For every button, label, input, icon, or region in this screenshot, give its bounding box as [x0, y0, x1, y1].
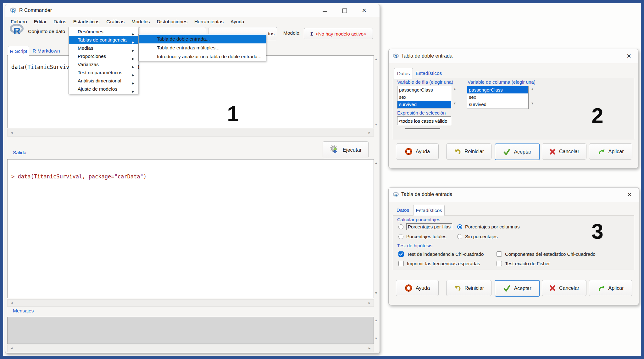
menuitem-test-no-parametricos[interactable]: Test no paramétricos▶	[69, 69, 138, 77]
menu-datos[interactable]: Datos	[50, 17, 70, 27]
cancelar-button[interactable]: Cancelar	[542, 280, 586, 296]
selection-expression-input[interactable]	[397, 116, 451, 125]
radio-sin-porcentajes-label[interactable]: Sin porcentajes	[465, 234, 497, 239]
tab-r-script[interactable]: R Script	[8, 46, 29, 56]
dialog2-tab-datos[interactable]: Datos	[394, 68, 413, 79]
output-scroll-down-icon[interactable]: ▼	[375, 292, 378, 295]
checkbox-chi-cuadrado-label[interactable]: Test de independencia Chi-cuadrado	[407, 251, 484, 257]
cancelar-button[interactable]: Cancelar	[542, 143, 586, 160]
script-scroll-up-icon[interactable]: ▲	[375, 58, 378, 61]
mensajes-label: Mensajes	[13, 308, 34, 314]
ejecutar-button[interactable]: Ejecutar	[323, 141, 369, 158]
dialog3-close-button[interactable]: ×	[627, 191, 632, 198]
menuitem-resumenes[interactable]: Resúmenes▶	[69, 28, 138, 36]
messages-hscrollbar[interactable]: ◄ ►	[7, 345, 374, 352]
radio-porcentajes-filas-label[interactable]: Porcentajes por filas	[406, 223, 452, 230]
selection-hscroll-thumb[interactable]	[405, 128, 440, 129]
messages-scroll-up-icon[interactable]: ▲	[375, 319, 378, 322]
list-item[interactable]: passengerClass	[397, 86, 451, 93]
menu-editar[interactable]: Editar	[31, 17, 50, 27]
main-titlebar[interactable]: R R Commander ×	[5, 4, 380, 17]
aceptar-button[interactable]: Aceptar	[495, 280, 540, 297]
script-scroll-right-icon[interactable]: ►	[368, 131, 371, 134]
menuitem-varianzas[interactable]: Varianzas▶	[69, 60, 138, 69]
aplicar-button[interactable]: Aplicar	[589, 143, 632, 160]
menu-graficas[interactable]: Gráficas	[103, 17, 128, 27]
radio-porcentajes-columnas-label[interactable]: Porcentajes por columnas	[465, 224, 519, 229]
menuitem-medias[interactable]: Medias▶	[69, 44, 138, 52]
list-item[interactable]: survived	[467, 101, 528, 108]
tab-r-markdown[interactable]: R Markdown	[31, 46, 62, 56]
close-button[interactable]: ×	[362, 7, 366, 14]
menu-ayuda[interactable]: Ayuda	[227, 17, 248, 27]
minimize-button[interactable]	[323, 11, 327, 12]
menuitem-tabla-doble-entrada[interactable]: Tabla de doble entrada...	[139, 35, 266, 43]
aceptar-button[interactable]: Aceptar	[495, 143, 540, 160]
aplicar-button[interactable]: Aplicar	[589, 280, 632, 296]
reiniciar-button[interactable]: Reiniciar	[446, 143, 491, 160]
checkbox-chi-cuadrado[interactable]	[398, 251, 404, 257]
column-variable-list[interactable]: passengerClass sex survived	[467, 86, 529, 109]
dialog2-close-button[interactable]: ×	[627, 52, 631, 60]
messages-scroll-left-icon[interactable]: ◄	[10, 347, 13, 350]
menuitem-ajuste-modelos[interactable]: Ajuste de modelos▶	[69, 85, 138, 93]
ayuda-button[interactable]: Ayuda	[396, 280, 439, 296]
radio-porcentajes-totales-label[interactable]: Porcentajes totales	[406, 234, 447, 239]
messages-pane[interactable]	[7, 317, 374, 344]
menuitem-tabla-entradas-multiples[interactable]: Tabla de entradas múltiples...	[139, 43, 266, 52]
list-item[interactable]: survived	[397, 101, 451, 108]
menuitem-analisis-dimensional[interactable]: Análisis dimensional▶	[69, 77, 138, 85]
output-scroll-up-icon[interactable]: ▲	[375, 161, 378, 165]
row-list-up-icon[interactable]: ▲	[453, 87, 456, 91]
row-variable-list[interactable]: passengerClass sex survived	[397, 86, 451, 109]
checkbox-componentes[interactable]	[497, 251, 502, 257]
ayuda-button[interactable]: Ayuda	[396, 143, 439, 160]
menuitem-introducir-analizar-tabla[interactable]: Introducir y analizar una tabla de doble…	[139, 52, 266, 61]
reiniciar-button[interactable]: Reiniciar	[446, 280, 491, 296]
menuitem-proporciones[interactable]: Proporciones▶	[69, 52, 138, 60]
dialog-tabla-doble-entrada-datos: R Tabla de doble entrada × Datos Estadís…	[388, 49, 638, 168]
contingencia-submenu: Tabla de doble entrada... Tabla de entra…	[138, 34, 266, 61]
model-value: <No hay modelo activo>	[315, 31, 366, 36]
menu-modelos[interactable]: Modelos	[128, 17, 153, 27]
dialog3-tab-estadisticos[interactable]: Estadísticos	[413, 205, 445, 216]
menuitem-tablas-contingencia[interactable]: Tablas de contingencia▶	[69, 36, 138, 44]
checkbox-frecuencias[interactable]	[398, 261, 404, 266]
output-scroll-left-icon[interactable]: ◄	[10, 301, 13, 305]
script-hscrollbar[interactable]: ◄ ►	[7, 129, 374, 137]
output-pane[interactable]: > data(TitanicSurvival, package="carData…	[7, 159, 374, 298]
column-list-down-icon[interactable]: ▼	[531, 102, 534, 105]
checkbox-frecuencias-label[interactable]: Imprimir las frecuencias esperadas	[407, 261, 480, 266]
script-scroll-left-icon[interactable]: ◄	[10, 131, 13, 134]
messages-scroll-down-icon[interactable]: ▼	[375, 337, 378, 340]
annotation-2: 2	[591, 103, 603, 128]
script-scroll-down-icon[interactable]: ▼	[375, 123, 378, 126]
menu-distribuciones[interactable]: Distribuciones	[153, 17, 191, 27]
column-list-up-icon[interactable]: ▲	[531, 87, 534, 91]
maximize-button[interactable]	[342, 8, 347, 13]
dialog3-titlebar[interactable]: R Tabla de doble entrada ×	[389, 188, 639, 202]
checkbox-componentes-label[interactable]: Componentes del estadístico Chi-cuadrado	[505, 251, 596, 257]
script-editor[interactable]: data(TitanicSurvival, package="carData")	[7, 55, 374, 128]
checkbox-fisher-label[interactable]: Test exacto de Fisher	[505, 261, 550, 266]
list-item[interactable]: sex	[467, 93, 528, 101]
r-logo-toolbar-icon: R	[10, 24, 24, 37]
messages-scroll-right-icon[interactable]: ►	[368, 347, 371, 350]
list-item[interactable]: passengerClass	[467, 86, 528, 93]
submenu-arrow-icon: ▶	[132, 87, 134, 96]
output-hscrollbar[interactable]: ◄ ►	[7, 299, 374, 307]
list-item[interactable]: sex	[397, 93, 451, 101]
row-list-down-icon[interactable]: ▼	[453, 102, 456, 105]
radio-porcentajes-columnas[interactable]	[457, 224, 462, 229]
dialog2-tab-estadisticos[interactable]: Estadísticos	[414, 68, 444, 78]
dialog2-titlebar[interactable]: R Tabla de doble entrada ×	[389, 49, 638, 63]
radio-porcentajes-filas[interactable]	[398, 224, 403, 229]
menu-estadisticos[interactable]: Estadísticos	[70, 17, 103, 27]
radio-porcentajes-totales[interactable]	[398, 234, 403, 239]
output-scroll-right-icon[interactable]: ►	[368, 301, 371, 305]
model-button[interactable]: Σ <No hay modelo activo>	[304, 28, 373, 39]
checkbox-fisher[interactable]	[497, 261, 502, 266]
radio-sin-porcentajes[interactable]	[457, 234, 462, 239]
dialog3-tab-datos[interactable]: Datos	[394, 205, 412, 215]
menu-herramientas[interactable]: Herramientas	[191, 17, 227, 27]
